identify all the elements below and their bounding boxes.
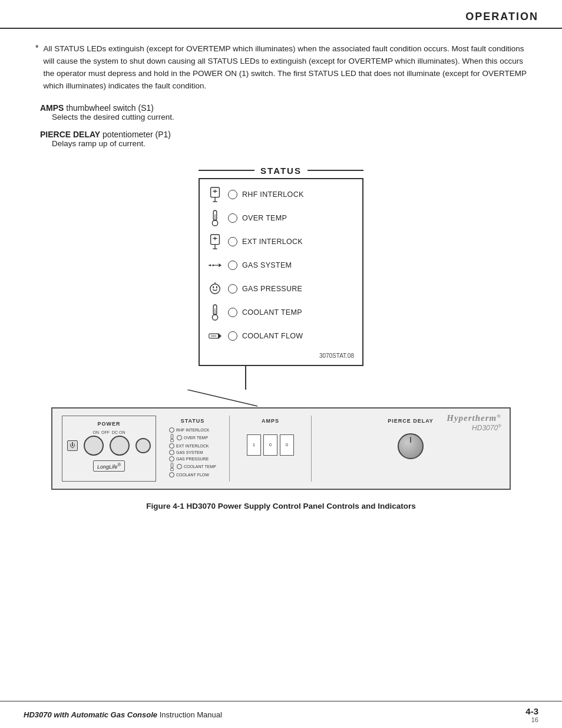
dc-on-label: DC ON — [112, 430, 125, 434]
longlife-label: LongLife® — [93, 460, 125, 472]
bullet-text: All STATUS LEDs extinguish (except for O… — [43, 43, 527, 93]
mini-gassys-label: GAS SYSTEM — [176, 450, 203, 454]
figure-caption: Figure 4-1 HD3070 Power Supply Control P… — [146, 502, 416, 510]
page-footer: HD3070 with Automatic Gas Console Instru… — [0, 701, 562, 728]
panel-status-label: STATUS — [169, 418, 216, 424]
status-row-overtemp: OVER TEMP — [206, 209, 354, 228]
overtemp-status-circle — [228, 213, 237, 223]
mini-overtemp-circle — [177, 435, 182, 440]
panel-amps-label: AMPS — [262, 418, 279, 424]
rhf-interlock-icon — [206, 185, 224, 204]
brand-name: Hypertherm® — [447, 413, 501, 423]
svg-point-33 — [170, 467, 173, 470]
panel-pierce-label: PIERCE DELAY — [388, 418, 434, 424]
status-row-coolant-temp: COOLANT TEMP — [206, 303, 354, 322]
mini-ext-label: EXT INTERLOCK — [176, 444, 209, 448]
gas-pressure-status-circle — [228, 284, 237, 294]
mini-cooltemp-circle — [177, 464, 182, 469]
power-switch-icon — [67, 440, 78, 451]
mini-overtemp-row: OVER TEMP — [169, 434, 216, 442]
svg-point-6 — [212, 220, 217, 225]
gas-pressure-label: GAS PRESSURE — [242, 285, 302, 293]
status-row-gas-pressure: GAS PRESSURE — [206, 279, 354, 298]
rhf-label: RHF INTERLOCK — [242, 190, 304, 199]
amps-label: AMPS — [40, 103, 64, 113]
status-header-row: STATUS — [199, 166, 363, 176]
status-row-gas-system: GAS SYSTEM — [206, 256, 354, 275]
mini-thermo-icon — [169, 434, 175, 442]
coolant-temp-status-circle — [228, 308, 237, 317]
connector-line-container — [35, 366, 527, 407]
panel-controls-row — [67, 436, 151, 456]
page-header: OPERATION — [0, 0, 562, 29]
ext-label: EXT INTERLOCK — [242, 238, 303, 246]
bullet-block: * All STATUS LEDs extinguish (except for… — [35, 43, 527, 93]
mini-gaspres-row: GAS PRESSURE — [169, 456, 216, 462]
amps-section: AMPS thumbwheel switch (S1) Selects the … — [35, 103, 527, 121]
panel-amps-section: AMPS 1 0 0 — [229, 416, 312, 482]
svg-marker-16 — [219, 263, 222, 267]
overtemp-label: OVER TEMP — [242, 214, 287, 222]
status-header-text: STATUS — [254, 166, 308, 176]
main-content: * All STATUS LEDs extinguish (except for… — [0, 29, 562, 546]
footer-manual-title: HD3070 with Automatic Gas Console — [24, 710, 157, 719]
status-row-ext: EXT INTERLOCK — [206, 232, 354, 251]
panel-power-section: POWER ON OFF DC ON — [62, 416, 156, 482]
pierce-label: PIERCE DELAY — [40, 130, 100, 139]
mini-gassys-circle — [169, 450, 174, 455]
pierce-title-row: PIERCE DELAY potentiometer (P1) — [40, 130, 527, 139]
power-off-label: OFF — [101, 430, 110, 434]
footer-right: 4-3 16 — [525, 706, 538, 723]
panel-off-button[interactable] — [110, 436, 130, 456]
gas-system-label: GAS SYSTEM — [242, 261, 292, 269]
pierce-desc: Delays ramp up of current. — [40, 139, 527, 148]
status-box: RHF INTERLOCK OVER TEMP — [199, 178, 363, 366]
coolant-flow-status-circle — [228, 331, 237, 341]
status-row-coolant-flow: COOLANT FLOW — [206, 327, 354, 345]
status-row-rhf: RHF INTERLOCK — [206, 185, 354, 204]
footer-page-number: 4-3 — [525, 706, 538, 716]
status-header-line-right — [308, 170, 363, 171]
gas-pressure-icon — [206, 279, 224, 298]
svg-point-23 — [212, 314, 217, 319]
power-section-label: POWER — [97, 421, 120, 427]
ext-interlock-icon — [206, 232, 224, 251]
mini-coolflow-circle — [169, 472, 174, 477]
mini-ext-row: EXT INTERLOCK — [169, 443, 216, 449]
page-title: OPERATION — [465, 11, 538, 23]
status-part-number: 3070STAT.08 — [206, 350, 354, 359]
svg-marker-26 — [218, 333, 222, 339]
rhf-status-circle — [228, 190, 237, 199]
svg-rect-32 — [171, 463, 173, 468]
svg-rect-30 — [171, 434, 173, 439]
mini-ext-circle — [169, 443, 174, 449]
power-on-label: ON — [92, 430, 99, 434]
coolant-flow-icon — [206, 327, 224, 345]
gas-system-icon — [206, 256, 224, 275]
mini-rhf-circle — [169, 427, 174, 433]
wheel-2[interactable]: 0 — [263, 434, 277, 456]
svg-point-31 — [170, 439, 173, 442]
gas-system-status-circle — [228, 261, 237, 270]
footer-left: HD3070 with Automatic Gas Console Instru… — [24, 710, 222, 719]
panel-dc-button[interactable] — [135, 438, 151, 453]
mini-coolflow-row: COOLANT FLOW — [169, 472, 216, 477]
footer-manual-subtitle: Instruction Manual — [160, 710, 222, 719]
mini-coolflow-label: COOLANT FLOW — [176, 473, 209, 477]
mini-gassys-row: GAS SYSTEM — [169, 450, 216, 455]
amps-thumbwheels: 1 0 0 — [247, 434, 294, 456]
mini-rhf-label: RHF INTERLOCK — [176, 428, 209, 432]
amps-title-row: AMPS thumbwheel switch (S1) — [40, 103, 527, 113]
pierce-section: PIERCE DELAY potentiometer (P1) Delays r… — [35, 130, 527, 148]
wheel-3[interactable]: 0 — [280, 434, 294, 456]
svg-line-28 — [187, 390, 257, 406]
svg-point-14 — [212, 264, 214, 266]
wheel-1[interactable]: 1 — [247, 434, 261, 456]
control-panel: Hypertherm® HD3070® POWER ON OFF DC ON — [51, 407, 511, 490]
panel-status-section: STATUS RHF INTERLOCK OVER TEMP EXT INTER… — [166, 416, 220, 482]
pierce-delay-knob[interactable] — [398, 433, 424, 459]
panel-on-button[interactable] — [84, 436, 104, 456]
ext-status-circle — [228, 237, 237, 246]
coolant-temp-label: COOLANT TEMP — [242, 308, 302, 317]
coolant-temp-icon — [206, 303, 224, 322]
